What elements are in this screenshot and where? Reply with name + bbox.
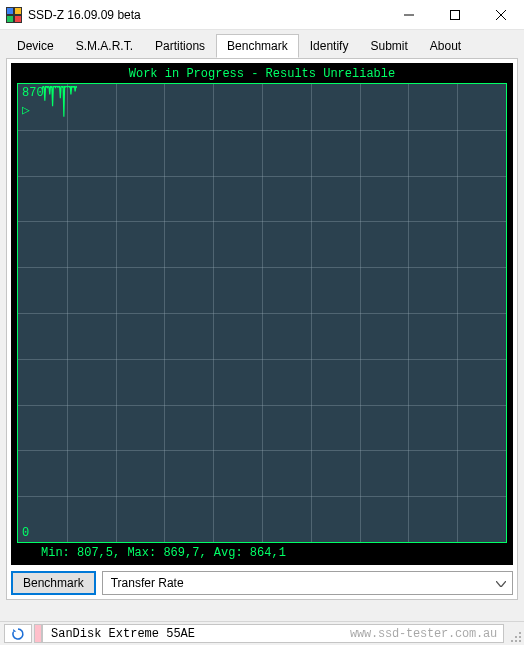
svg-point-11: [515, 636, 517, 638]
svg-point-13: [515, 640, 517, 642]
minimize-button[interactable]: [386, 0, 432, 29]
tab-device[interactable]: Device: [6, 34, 65, 58]
benchmark-button[interactable]: Benchmark: [11, 571, 96, 595]
app-icon: [6, 7, 22, 23]
refresh-button[interactable]: [4, 624, 32, 643]
svg-rect-6: [451, 10, 460, 19]
tabs: Device S.M.A.R.T. Partitions Benchmark I…: [0, 30, 524, 58]
svg-rect-1: [7, 8, 13, 14]
close-button[interactable]: [478, 0, 524, 29]
svg-rect-3: [7, 16, 13, 22]
benchmark-mode-select[interactable]: Transfer Rate: [102, 571, 513, 595]
window-title: SSD-Z 16.09.09 beta: [28, 8, 386, 22]
chart-arrow-icon: ▷: [22, 102, 30, 117]
svg-rect-2: [15, 8, 21, 14]
minimize-icon: [404, 10, 414, 20]
status-device-field[interactable]: SanDisk Extreme 55AE www.ssd-tester.com.…: [42, 624, 504, 643]
benchmark-mode-value: Transfer Rate: [111, 576, 184, 590]
chart-frame: Work in Progress - Results Unreliable 87…: [11, 63, 513, 565]
tab-identify[interactable]: Identify: [299, 34, 360, 58]
svg-point-14: [511, 640, 513, 642]
tab-benchmark[interactable]: Benchmark: [216, 34, 299, 58]
tab-partitions[interactable]: Partitions: [144, 34, 216, 58]
svg-point-10: [519, 636, 521, 638]
chart-area: 870 ▷ 0: [17, 83, 507, 543]
tab-about[interactable]: About: [419, 34, 472, 58]
svg-point-9: [519, 632, 521, 634]
y-axis-max: 870: [22, 86, 44, 100]
svg-rect-4: [15, 16, 21, 22]
status-device-name: SanDisk Extreme 55AE: [51, 627, 195, 641]
maximize-button[interactable]: [432, 0, 478, 29]
y-axis-min: 0: [22, 526, 29, 540]
close-icon: [496, 10, 506, 20]
chart-line: [42, 86, 77, 117]
refresh-icon: [11, 627, 25, 641]
benchmark-controls: Benchmark Transfer Rate: [11, 571, 513, 595]
tab-submit[interactable]: Submit: [359, 34, 418, 58]
benchmark-panel: Work in Progress - Results Unreliable 87…: [6, 58, 518, 600]
chevron-down-icon: [496, 576, 506, 590]
statusbar: SanDisk Extreme 55AE www.ssd-tester.com.…: [0, 621, 524, 645]
tab-smart[interactable]: S.M.A.R.T.: [65, 34, 144, 58]
svg-point-12: [519, 640, 521, 642]
status-color-indicator: [34, 624, 42, 643]
titlebar: SSD-Z 16.09.09 beta: [0, 0, 524, 30]
chart-stats: Min: 807,5, Max: 869,7, Avg: 864,1: [13, 543, 511, 563]
watermark-text: www.ssd-tester.com.au: [350, 627, 497, 641]
resize-grip-icon[interactable]: [506, 622, 524, 645]
chart-title: Work in Progress - Results Unreliable: [13, 65, 511, 83]
maximize-icon: [450, 10, 460, 20]
